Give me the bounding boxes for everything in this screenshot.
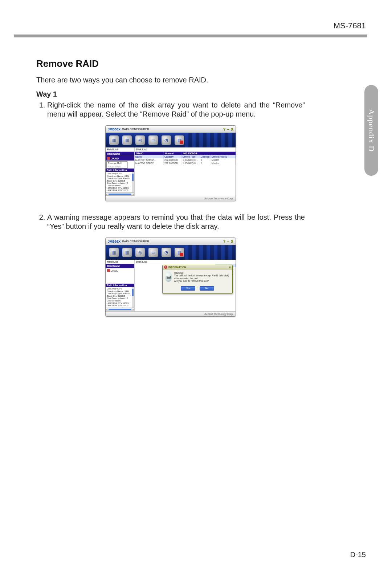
raid-info-line: Disk Array ID: 0 bbox=[107, 288, 133, 290]
raid-item-jraid[interactable]: JRAID bbox=[106, 268, 134, 273]
help-button[interactable]: ? bbox=[223, 127, 226, 131]
raid-info-body: Disk Array ID: 0 Disk Array Name: JRAI D… bbox=[106, 172, 134, 193]
app-brand: JMB36X bbox=[108, 127, 121, 131]
raid-info-line: - MAXTOR 3TM32503 bbox=[107, 304, 133, 307]
toolbar-btn-1[interactable]: ▥ bbox=[109, 248, 119, 257]
step-2: A warning message appears to remind you … bbox=[47, 213, 305, 231]
scrollbar[interactable] bbox=[132, 172, 134, 192]
raid-info-line: Disk Members: bbox=[107, 184, 133, 187]
raid-info-hscroll[interactable]: <> bbox=[106, 193, 134, 196]
raid-info-line: - MAXTOR STM32503 bbox=[107, 302, 133, 305]
cell-cap: 232.8859GB bbox=[164, 158, 182, 162]
raid-info-line: Disk Count in Array: 2 bbox=[107, 297, 133, 300]
raid-app-window-2: JMB36X RAID CONFIGURER ? – X ▥ ▥ ◎ ▭ ◔ ▥ bbox=[105, 238, 236, 317]
dlist-status: Normal bbox=[164, 152, 182, 155]
dialog-message: Warning: The data will be lost forever (… bbox=[174, 272, 230, 283]
dialog-line-2: Are you sure to remove this raid? bbox=[174, 280, 230, 282]
col-capacity[interactable]: Capacity bbox=[164, 155, 182, 158]
dialog-title: INFORMATION bbox=[168, 266, 186, 268]
toolbar-btn-5[interactable]: ◔ bbox=[162, 135, 171, 145]
cell-cap: 232.8859GB bbox=[164, 162, 182, 165]
raid-item-icon bbox=[107, 157, 110, 160]
col-channel[interactable]: Channel bbox=[200, 155, 211, 158]
cell-priority: Master bbox=[211, 162, 236, 165]
dialog-close-button[interactable]: ✕ bbox=[229, 266, 231, 269]
help-button[interactable]: ? bbox=[223, 239, 226, 244]
raid-item-jraid[interactable]: JRAID bbox=[106, 156, 134, 161]
appendix-side-tab: Appendix D bbox=[364, 85, 378, 176]
raid-item-icon bbox=[107, 269, 110, 272]
cell-name: MAXTOR STM32... bbox=[135, 158, 164, 162]
toolbar-btn-2[interactable]: ▥ bbox=[122, 248, 132, 257]
raid-item-label: JRAID bbox=[111, 269, 118, 272]
raid-app-window-1: JMB36X RAID CONFIGURER ? – X ▥ ▥ ◎ ▭ ◔ ▥ bbox=[105, 125, 236, 201]
page-title: Remove RAID bbox=[36, 58, 305, 69]
raid-list-header: Raid List bbox=[106, 260, 134, 264]
raid-info-line: Disk Array Type: Raid 0 bbox=[107, 292, 133, 295]
app-footer: JMicron Technology Corp. bbox=[106, 311, 236, 316]
cell-priority: Master bbox=[211, 158, 236, 162]
disk-list-header: Disk List bbox=[135, 147, 236, 152]
raid-item-label: JRAID bbox=[111, 157, 119, 160]
toolbar-btn-3[interactable]: ◎ bbox=[135, 248, 145, 257]
toolbar-btn-6[interactable]: ▥ bbox=[175, 248, 184, 257]
raid-info-line: Disk Array Type: Raid 0 bbox=[107, 177, 133, 180]
cell-name: MAXTOR STM32... bbox=[135, 162, 164, 165]
raid-info-line: Disk Array ID: 0 bbox=[107, 173, 133, 175]
toolbar-btn-5[interactable]: ◔ bbox=[162, 248, 171, 257]
toolbar-btn-1[interactable]: ▥ bbox=[109, 135, 119, 145]
raid-info-hscroll[interactable]: <> bbox=[106, 308, 134, 311]
raid-list-header: Raid List bbox=[106, 147, 134, 152]
raid-name-header: Raid Name bbox=[106, 152, 134, 156]
header-band bbox=[14, 35, 367, 37]
table-row[interactable]: MAXTOR STM32... 232.8859GB 1.5G NCQ H...… bbox=[135, 162, 236, 165]
toolbar-btn-4[interactable]: ▭ bbox=[148, 248, 158, 257]
warning-dialog: ! INFORMATION ✕ 🖴 Warning: The bbox=[162, 265, 233, 294]
no-button[interactable]: No bbox=[200, 286, 214, 291]
toolbar-btn-4[interactable]: ▭ bbox=[148, 135, 158, 145]
close-button[interactable]: X bbox=[231, 239, 233, 244]
raid-info-body: Disk Array ID: 0 Disk Array Name: JRAI D… bbox=[106, 287, 134, 308]
app-brand: JMB36X bbox=[108, 240, 121, 243]
toolbar-btn-6[interactable]: ▥ bbox=[175, 135, 184, 145]
raid-info-line: Block Size: 128 KB bbox=[107, 295, 133, 297]
scrollbar[interactable] bbox=[132, 287, 134, 308]
toolbar: ▥ ▥ ◎ ▭ ◔ ▥ bbox=[106, 133, 236, 147]
toolbar-btn-2[interactable]: ▥ bbox=[122, 135, 132, 145]
intro-text: There are two ways you can choose to rem… bbox=[36, 76, 305, 84]
ctx-rebuild-raid: Rebuild Raid... bbox=[107, 165, 127, 168]
cell-channel: 1 bbox=[200, 162, 211, 165]
col-name[interactable]: Name bbox=[135, 155, 164, 158]
col-device-priority[interactable]: Device Priority bbox=[211, 155, 236, 158]
ctx-remove-raid[interactable]: Remove Raid bbox=[107, 162, 127, 165]
disk-list-header: Disk List bbox=[135, 260, 236, 264]
dialog-line-1: The data will be lost forever (except Ra… bbox=[174, 274, 230, 280]
context-menu: Remove Raid Rebuild Raid... bbox=[106, 161, 127, 169]
close-button[interactable]: X bbox=[231, 127, 233, 131]
toolbar-btn-3[interactable]: ◎ bbox=[135, 135, 145, 145]
col-device-type[interactable]: Device Type bbox=[182, 155, 200, 158]
table-row[interactable]: MAXTOR STM32... 232.8859GB 1.5G NCQ H...… bbox=[135, 158, 236, 162]
dlist-jname: JRAID bbox=[135, 152, 164, 155]
raid-info-line: Disk Members: bbox=[107, 300, 133, 302]
raid-info-line: Disk Array Name: JRAI bbox=[107, 290, 133, 293]
minimize-button[interactable]: – bbox=[227, 239, 229, 244]
step-1: Right-click the name of the disk array y… bbox=[47, 101, 305, 119]
cell-devtype: 1.5G NCQ H... bbox=[182, 162, 200, 165]
way-label: Way 1 bbox=[36, 90, 305, 98]
raid-info-header: Raid Information bbox=[106, 284, 134, 287]
raid-info-line: Disk Array Name: JRAI bbox=[107, 175, 133, 178]
yes-button[interactable]: Yes bbox=[181, 286, 195, 291]
appendix-side-tab-label: Appendix D bbox=[367, 109, 376, 152]
raid-info-line: - MAXTOR 3TM32503 bbox=[107, 189, 133, 192]
info-icon: ! bbox=[164, 265, 167, 269]
cell-devtype: 1.5G NCQ H... bbox=[182, 158, 200, 162]
minimize-button[interactable]: – bbox=[227, 127, 229, 131]
cell-channel: 0 bbox=[200, 158, 211, 162]
titlebar: JMB36X RAID CONFIGURER ? – X bbox=[106, 126, 236, 133]
app-subtitle: RAID CONFIGURER bbox=[122, 240, 149, 243]
dialog-drive-icon: 🖴 bbox=[165, 272, 172, 282]
app-footer: JMicron Technology Corp. bbox=[106, 196, 236, 201]
raid-info-header: Raid Information bbox=[106, 169, 134, 172]
page-number: D-15 bbox=[350, 551, 366, 559]
